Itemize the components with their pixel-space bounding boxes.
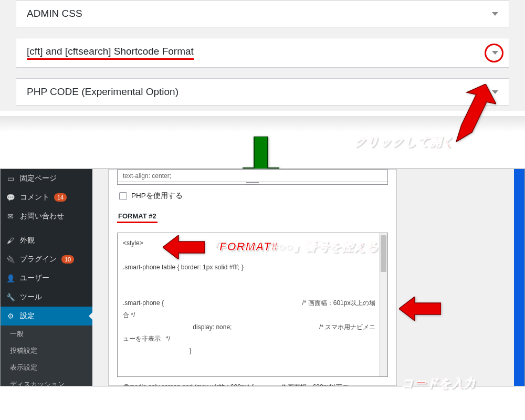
settings-submenu: 一般 投稿設定 表示設定 ディスカッション メディア パーマリンク — [1, 326, 92, 386]
submenu-item[interactable]: 一般 — [1, 326, 92, 342]
textarea-resize-handle[interactable] — [117, 182, 388, 185]
scrollbar[interactable] — [379, 233, 387, 376]
use-php-checkbox-row[interactable]: PHPを使用する — [117, 185, 388, 210]
count-badge: 10 — [61, 255, 74, 264]
sidebar-item-contact[interactable]: ✉ お問い合わせ — [1, 207, 92, 226]
checkbox-label: PHPを使用する — [131, 191, 183, 201]
sidebar-item-label: 外観 — [20, 236, 35, 245]
wp-sidebar: ▭ 固定ページ 💬 コメント 14 ✉ お問い合わせ 🖌 外観 — [1, 169, 92, 386]
brush-icon: 🖌 — [6, 236, 15, 245]
sidebar-item-label: お問い合わせ — [20, 212, 64, 221]
sidebar-item-comments[interactable]: 💬 コメント 14 — [1, 188, 92, 207]
accordion-title: PHP CODE (Experimental Option) — [27, 86, 178, 98]
chevron-down-icon — [492, 12, 498, 16]
sidebar-item-label: ユーザー — [20, 274, 49, 283]
sidebar-item-label: プラグイン — [20, 255, 57, 264]
svg-marker-3 — [399, 297, 441, 321]
desktop-edge — [514, 169, 524, 386]
previous-textarea-tail[interactable]: text-align: center; — [117, 170, 388, 182]
accordion-admin-css[interactable]: ADMIN CSS — [16, 0, 509, 27]
checkbox-icon[interactable] — [119, 192, 127, 200]
annotation-click-open: クリックして開く — [354, 134, 455, 150]
wp-admin-panel: ▭ 固定ページ 💬 コメント 14 ✉ お問い合わせ 🖌 外観 — [0, 169, 525, 386]
settings-icon: ⚙ — [6, 311, 15, 321]
submenu-item[interactable]: ディスカッション — [1, 376, 92, 386]
submenu-item[interactable]: 投稿設定 — [1, 342, 92, 359]
accordion-php-code[interactable]: PHP CODE (Experimental Option) — [16, 78, 509, 106]
mail-icon: ✉ — [6, 212, 15, 221]
arrow-callout-icon — [399, 297, 441, 323]
section-divider — [0, 116, 525, 132]
sidebar-item-pages[interactable]: ▭ 固定ページ — [1, 169, 92, 188]
sidebar-item-label: 固定ページ — [20, 174, 57, 183]
sidebar-item-label: ツール — [20, 292, 42, 302]
sidebar-item-appearance[interactable]: 🖌 外観 — [1, 231, 92, 250]
accordion-shortcode-format[interactable]: [cft] and [cftsearch] Shortcode Format — [16, 38, 509, 68]
arrow-callout-icon — [449, 84, 496, 144]
settings-panel: text-align: center; PHPを使用する FORMAT #2 <… — [108, 169, 397, 386]
sidebar-item-label: 設定 — [20, 311, 35, 321]
sidebar-item-tools[interactable]: 🔧 ツール — [1, 288, 92, 307]
plugin-icon: 🔌 — [6, 255, 15, 264]
sidebar-item-label: コメント — [20, 193, 49, 202]
tool-icon: 🔧 — [6, 292, 15, 302]
arrow-callout-icon — [163, 235, 205, 261]
code-content: <style> .smart-phone table { border: 1px… — [118, 233, 387, 386]
submenu-item[interactable]: 表示設定 — [1, 359, 92, 376]
sidebar-item-plugins[interactable]: 🔌 プラグイン 10 — [1, 250, 92, 269]
format-heading: FORMAT #2 — [117, 212, 158, 223]
accordion-title: [cft] and [cftsearch] Shortcode Format — [27, 46, 194, 60]
sidebar-item-users[interactable]: 👤 ユーザー — [1, 269, 92, 288]
annotation-format-number: 『FORMAT#○○』番号を控える — [207, 239, 379, 255]
chevron-down-icon — [492, 51, 498, 55]
annotation-code-input: コードを入力 — [402, 375, 476, 391]
page-icon: ▭ — [6, 174, 15, 183]
accordion-title: ADMIN CSS — [27, 8, 82, 19]
svg-marker-1 — [456, 84, 496, 142]
count-badge: 14 — [54, 193, 67, 202]
user-icon: 👤 — [6, 274, 15, 283]
sidebar-item-settings[interactable]: ⚙ 設定 — [1, 307, 92, 326]
scrollbar-thumb[interactable] — [381, 235, 386, 272]
svg-marker-2 — [163, 235, 205, 259]
comment-icon: 💬 — [6, 193, 15, 202]
